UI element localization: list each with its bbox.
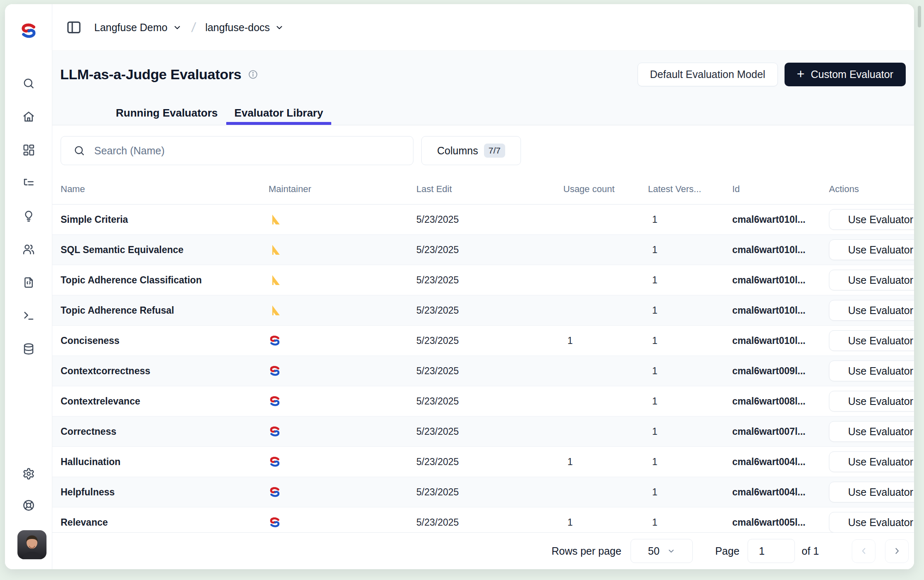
langfuse-icon <box>269 334 416 347</box>
row-actions: Use Evaluator <box>829 391 914 412</box>
use-evaluator-button[interactable]: Use Evaluator <box>829 391 914 412</box>
row-last-edit: 5/23/2025 <box>416 456 563 468</box>
sidebar-rail <box>5 4 52 569</box>
datasets-database-icon[interactable] <box>22 343 35 355</box>
user-avatar[interactable] <box>17 530 46 559</box>
row-id: cmal6wart008l... <box>732 396 829 407</box>
settings-gear-icon[interactable] <box>22 468 35 480</box>
columns-label: Columns <box>437 145 478 157</box>
default-evaluation-model-button[interactable]: Default Evaluation Model <box>638 63 778 86</box>
column-header-maintainer: Maintainer <box>269 184 416 195</box>
row-name: Conciseness <box>61 335 269 346</box>
users-icon[interactable] <box>22 243 35 256</box>
support-lifebuoy-icon[interactable] <box>22 499 35 512</box>
search-box <box>61 136 413 165</box>
row-last-edit: 5/23/2025 <box>416 275 563 286</box>
row-last-edit: 5/23/2025 <box>416 366 563 377</box>
evaluation-file-code-icon[interactable] <box>22 276 35 289</box>
row-latest-version: 1 <box>648 426 732 437</box>
langfuse-logo-icon[interactable] <box>20 22 38 40</box>
columns-button[interactable]: Columns 7/7 <box>421 136 521 165</box>
breadcrumb-project[interactable]: langfuse-docs <box>205 22 270 34</box>
use-evaluator-button[interactable]: Use Evaluator <box>829 451 914 472</box>
row-latest-version: 1 <box>648 244 732 256</box>
row-last-edit: 5/23/2025 <box>416 305 563 316</box>
row-actions: Use Evaluator <box>829 239 914 260</box>
search-icon[interactable] <box>22 77 35 90</box>
use-evaluator-button[interactable]: Use Evaluator <box>829 421 914 442</box>
dashboards-icon[interactable] <box>22 144 35 156</box>
use-evaluator-button[interactable]: Use Evaluator <box>829 330 914 351</box>
table-row: Hallucination5/23/202511cmal6wart004l...… <box>52 447 914 477</box>
row-name: Contextrelevance <box>61 396 269 407</box>
sidebar-toggle-icon[interactable] <box>66 19 82 35</box>
scrollbar-thumb[interactable] <box>918 6 921 27</box>
row-id: cmal6wart004l... <box>732 456 829 468</box>
row-last-edit: 5/23/2025 <box>416 214 563 225</box>
table-toolbar: Columns 7/7 <box>52 136 914 165</box>
tab-evaluator-library[interactable]: Evaluator Library <box>226 102 332 125</box>
use-evaluator-button[interactable]: Use Evaluator <box>829 482 914 502</box>
rows-per-page-select[interactable]: 50 <box>631 539 693 563</box>
page-title: LLM-as-a-Judge Evaluators <box>60 66 241 83</box>
use-evaluator-button[interactable]: Use Evaluator <box>829 300 914 321</box>
rows-per-page-label: Rows per page <box>552 545 621 557</box>
tab-running-evaluators[interactable]: Running Evaluators <box>108 102 226 125</box>
previous-page-button[interactable] <box>852 539 875 563</box>
prompts-lightbulb-icon[interactable] <box>22 210 35 222</box>
columns-count-badge: 7/7 <box>484 144 505 158</box>
chevron-left-icon <box>859 546 869 556</box>
row-last-edit: 5/23/2025 <box>416 426 563 437</box>
row-actions: Use Evaluator <box>829 361 914 381</box>
next-page-button[interactable] <box>885 539 909 563</box>
row-usage-count: 1 <box>563 335 648 346</box>
use-evaluator-button[interactable]: Use Evaluator <box>829 361 914 381</box>
row-actions: Use Evaluator <box>829 300 914 321</box>
row-last-edit: 5/23/2025 <box>416 335 563 346</box>
table-row: Helpfulness5/23/20251cmal6wart004l...Use… <box>52 477 914 507</box>
breadcrumb-separator: / <box>191 20 196 35</box>
row-name: Hallucination <box>61 456 269 468</box>
langfuse-icon <box>269 395 416 407</box>
chevron-down-icon[interactable] <box>173 23 182 32</box>
use-evaluator-button[interactable]: Use Evaluator <box>829 209 914 230</box>
search-icon <box>73 145 85 156</box>
page-number-input[interactable] <box>748 539 795 563</box>
pagination-footer: Rows per page 50 Page of 1 <box>52 532 914 569</box>
tabs: Running EvaluatorsEvaluator Library <box>108 102 331 125</box>
main-content: Columns 7/7 NameMaintainerLast EditUsage… <box>52 125 914 569</box>
row-latest-version: 1 <box>648 335 732 346</box>
ragas-icon <box>269 304 416 317</box>
playground-terminal-icon[interactable] <box>22 309 35 322</box>
row-actions: Use Evaluator <box>829 421 914 442</box>
chevron-down-icon[interactable] <box>275 23 284 32</box>
column-header-actions: Actions <box>829 184 914 195</box>
use-evaluator-button[interactable]: Use Evaluator <box>829 270 914 290</box>
ragas-icon <box>269 274 416 286</box>
search-input[interactable] <box>93 144 406 157</box>
use-evaluator-button[interactable]: Use Evaluator <box>829 512 914 533</box>
row-last-edit: 5/23/2025 <box>416 517 563 528</box>
row-latest-version: 1 <box>648 214 732 225</box>
table-row: Topic Adherence Classification5/23/20251… <box>52 265 914 295</box>
row-id: cmal6wart007l... <box>732 426 829 437</box>
desktop-background: Langfuse Demo / langfuse-docs LLM-as-a-J… <box>0 0 924 580</box>
custom-evaluator-button[interactable]: + Custom Evaluator <box>785 63 906 86</box>
row-last-edit: 5/23/2025 <box>416 244 563 256</box>
table-row: Topic Adherence Refusal5/23/20251cmal6wa… <box>52 295 914 326</box>
tracing-icon[interactable] <box>22 177 35 189</box>
row-name: Correctness <box>61 426 269 437</box>
langfuse-icon <box>269 486 416 498</box>
row-actions: Use Evaluator <box>829 330 914 351</box>
page-total-label: of 1 <box>802 545 819 557</box>
table-row: Contextrelevance5/23/20251cmal6wart008l.… <box>52 386 914 417</box>
table-row: Contextcorrectness5/23/20251cmal6wart009… <box>52 356 914 386</box>
info-icon[interactable] <box>248 69 258 80</box>
column-header-name: Name <box>61 184 269 195</box>
home-icon[interactable] <box>22 110 35 123</box>
row-last-edit: 5/23/2025 <box>416 487 563 498</box>
table-row: Correctness5/23/20251cmal6wart007l...Use… <box>52 417 914 447</box>
use-evaluator-button[interactable]: Use Evaluator <box>829 239 914 260</box>
app-window: Langfuse Demo / langfuse-docs LLM-as-a-J… <box>5 4 914 569</box>
breadcrumb-organization[interactable]: Langfuse Demo <box>94 22 168 34</box>
